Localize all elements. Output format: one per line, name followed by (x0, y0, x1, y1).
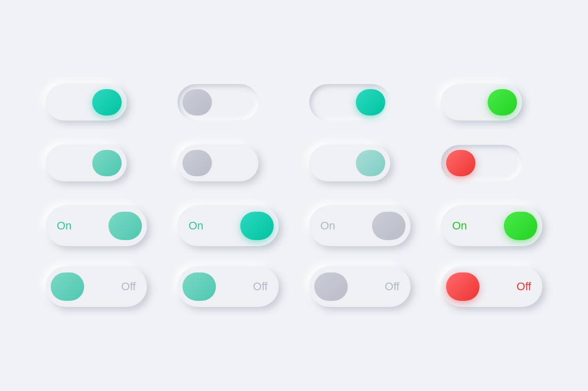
toggle-label-r4c1: Off (121, 280, 136, 293)
toggle-r4c3[interactable]: Off (309, 266, 411, 307)
toggle-r3c1[interactable]: On (46, 206, 147, 246)
toggle-r3c3[interactable]: On (309, 206, 411, 246)
toggle-r2c2[interactable] (177, 145, 259, 181)
thumb-r2c4 (446, 150, 475, 176)
thumb-r1c2 (182, 89, 212, 115)
thumb-r4c1 (51, 272, 84, 301)
toggle-grid: On On On On Off Off Off Off (25, 64, 563, 327)
toggle-r1c1[interactable] (46, 84, 127, 121)
thumb-r4c3 (314, 272, 348, 301)
toggle-r2c4[interactable] (441, 145, 522, 181)
toggle-label-r3c3: On (320, 219, 335, 232)
thumb-r3c1 (108, 212, 142, 240)
thumb-r3c4 (504, 212, 537, 240)
thumb-r2c1 (92, 150, 122, 176)
toggle-r2c3[interactable] (309, 145, 390, 181)
toggle-r2c1[interactable] (46, 145, 127, 181)
thumb-r1c1 (92, 89, 122, 115)
toggle-r4c1[interactable]: Off (46, 266, 147, 307)
toggle-label-r4c2: Off (253, 280, 268, 293)
thumb-r1c4 (488, 89, 517, 115)
toggle-r1c3[interactable] (309, 84, 390, 121)
toggle-r1c4[interactable] (441, 84, 522, 121)
toggle-label-r3c4: On (452, 219, 467, 232)
thumb-r4c4 (446, 272, 480, 301)
toggle-r4c4[interactable]: Off (441, 266, 542, 307)
thumb-r4c2 (182, 272, 216, 301)
toggle-label-r4c4: Off (517, 280, 531, 293)
toggle-r3c2[interactable]: On (177, 206, 279, 246)
toggle-r4c2[interactable]: Off (177, 266, 279, 307)
toggle-label-r3c2: On (189, 219, 203, 232)
toggle-label-r4c3: Off (385, 280, 399, 293)
thumb-r2c3 (356, 150, 385, 176)
thumb-r3c2 (240, 212, 274, 240)
thumb-r1c3 (356, 89, 385, 115)
toggle-r3c4[interactable]: On (441, 206, 542, 246)
thumb-r3c3 (372, 212, 406, 240)
toggle-r1c2[interactable] (177, 84, 259, 121)
toggle-label-r3c1: On (57, 219, 71, 232)
thumb-r2c2 (182, 150, 212, 176)
